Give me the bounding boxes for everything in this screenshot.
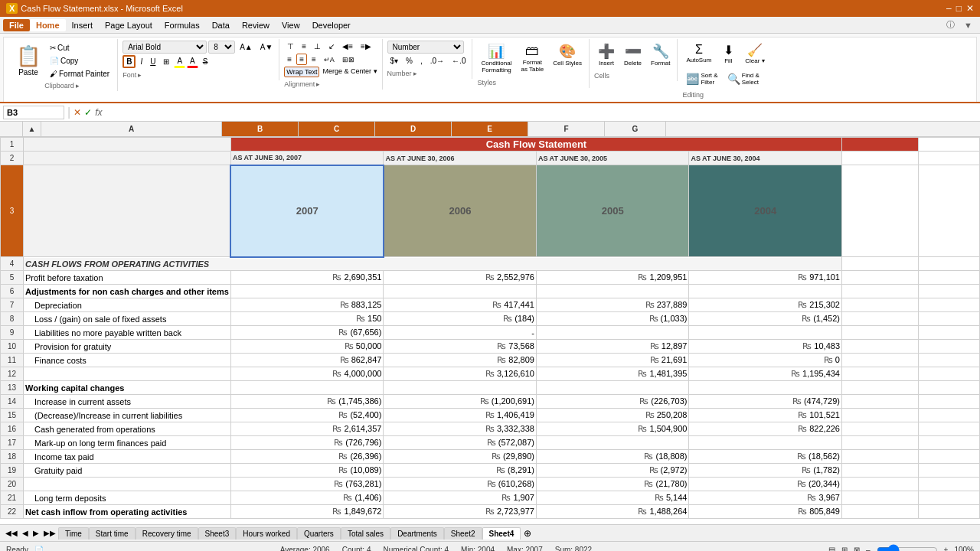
cell-f12[interactable] bbox=[842, 367, 919, 381]
cell-f16[interactable] bbox=[842, 422, 919, 436]
zoom-in-btn[interactable]: + bbox=[944, 546, 949, 551]
cell-f13[interactable] bbox=[842, 381, 919, 395]
cell-g1[interactable] bbox=[919, 138, 980, 152]
wrap-text-btn[interactable]: ↵A bbox=[321, 54, 338, 65]
cancel-formula-icon[interactable]: ✕ bbox=[74, 107, 81, 118]
row-num-8[interactable]: 8 bbox=[1, 312, 24, 326]
cell-f19[interactable] bbox=[842, 464, 919, 478]
sheet-tab-hoursworked[interactable]: Hours worked bbox=[236, 527, 297, 540]
cell-g9[interactable] bbox=[919, 326, 980, 340]
align-middle-btn[interactable]: ≡ bbox=[299, 41, 309, 52]
col-header-a-main[interactable]: A bbox=[41, 122, 222, 136]
cell-d22[interactable]: ₨ 1,488,264 bbox=[536, 505, 689, 519]
cell-f8[interactable] bbox=[842, 312, 919, 326]
cell-c16[interactable]: ₨ 3,332,338 bbox=[384, 422, 537, 436]
cell-f14[interactable] bbox=[842, 395, 919, 409]
row-num-3[interactable]: 3 bbox=[1, 165, 24, 257]
cell-a20[interactable] bbox=[24, 478, 231, 491]
alignment-expand-icon[interactable]: ▸ bbox=[316, 80, 320, 88]
cell-c2[interactable]: AS AT JUNE 30, 2006 bbox=[384, 152, 537, 165]
find-select-btn[interactable]: 🔍 Find &Select bbox=[724, 70, 763, 88]
cell-b1-e1[interactable]: Cash Flow Statement bbox=[230, 138, 841, 152]
col-header-f[interactable]: F bbox=[528, 122, 605, 136]
cell-g11[interactable] bbox=[919, 354, 980, 367]
bold-button[interactable]: B bbox=[122, 55, 136, 68]
col-header-e[interactable]: E bbox=[452, 122, 528, 136]
cell-e10[interactable]: ₨ 10,483 bbox=[689, 340, 842, 354]
cell-g5[interactable] bbox=[919, 271, 980, 285]
cell-c13[interactable] bbox=[384, 381, 537, 395]
cell-c9[interactable]: - bbox=[384, 326, 537, 340]
cell-c11[interactable]: ₨ 82,809 bbox=[384, 354, 537, 367]
cell-d2[interactable]: AS AT JUNE 30, 2005 bbox=[536, 152, 689, 165]
cell-a6[interactable]: Adjustments for non cash charges and oth… bbox=[24, 285, 231, 298]
cell-g2[interactable] bbox=[919, 152, 980, 165]
help-icon[interactable]: ⓘ bbox=[942, 19, 959, 31]
cell-e13[interactable] bbox=[689, 381, 842, 395]
cell-c3[interactable]: 2006 bbox=[384, 165, 537, 257]
align-bottom-btn[interactable]: ⊥ bbox=[311, 41, 324, 52]
cell-g18[interactable] bbox=[919, 450, 980, 464]
cell-e21[interactable]: ₨ 3,967 bbox=[689, 491, 842, 505]
cell-b16[interactable]: ₨ 2,614,357 bbox=[230, 422, 384, 436]
sheet-tab-quarters[interactable]: Quarters bbox=[297, 527, 341, 540]
cell-d5[interactable]: ₨ 1,209,951 bbox=[536, 271, 689, 285]
sheet-tab-departments[interactable]: Deartments bbox=[390, 527, 444, 540]
cell-c10[interactable]: ₨ 73,568 bbox=[384, 340, 537, 354]
strikethrough-button[interactable]: S bbox=[200, 56, 211, 67]
row-num-9[interactable]: 9 bbox=[1, 326, 24, 340]
formula-input[interactable]: 2007 bbox=[106, 108, 978, 117]
cell-e16[interactable]: ₨ 822,226 bbox=[689, 422, 842, 436]
cell-b9[interactable]: ₨ (67,656) bbox=[230, 326, 384, 340]
cell-e3[interactable]: 2004 bbox=[689, 165, 842, 257]
cell-a14[interactable]: Increase in current assets bbox=[24, 395, 231, 409]
cell-a22[interactable]: Net cash inflow from operating activitie… bbox=[24, 505, 231, 519]
row-num-12[interactable]: 12 bbox=[1, 367, 24, 381]
cell-e12[interactable]: ₨ 1,195,434 bbox=[689, 367, 842, 381]
minimize-btn[interactable]: – bbox=[946, 3, 952, 14]
cell-d15[interactable]: ₨ 250,208 bbox=[536, 409, 689, 422]
cell-c22[interactable]: ₨ 2,723,977 bbox=[384, 505, 537, 519]
cell-a13[interactable]: Working capital changes bbox=[24, 381, 231, 395]
row-num-5[interactable]: 5 bbox=[1, 271, 24, 285]
row-num-11[interactable]: 11 bbox=[1, 354, 24, 367]
function-icon[interactable]: fx bbox=[95, 107, 102, 118]
cell-f17[interactable] bbox=[842, 436, 919, 450]
close-btn[interactable]: ✕ bbox=[966, 3, 974, 14]
cell-a18[interactable]: Income tax paid bbox=[24, 450, 231, 464]
cell-f15[interactable] bbox=[842, 409, 919, 422]
cell-c6[interactable] bbox=[384, 285, 537, 298]
menu-file[interactable]: File bbox=[3, 19, 30, 31]
cell-b8[interactable]: ₨ 150 bbox=[230, 312, 384, 326]
row-num-6[interactable]: 6 bbox=[1, 285, 24, 298]
row-num-4[interactable]: 4 bbox=[1, 257, 24, 271]
sheet-tab-totalsales[interactable]: Total sales bbox=[341, 527, 390, 540]
cell-b22[interactable]: ₨ 1,849,672 bbox=[230, 505, 384, 519]
cell-g14[interactable] bbox=[919, 395, 980, 409]
cell-g15[interactable] bbox=[919, 409, 980, 422]
menu-insert[interactable]: Insert bbox=[66, 19, 100, 31]
indent-decrease-btn[interactable]: ◀≡ bbox=[339, 41, 356, 52]
cell-a9[interactable]: Liabilities no more payable written back bbox=[24, 326, 231, 340]
font-name-select[interactable]: Arial Bold Arial Calibri bbox=[122, 41, 207, 54]
cell-g8[interactable] bbox=[919, 312, 980, 326]
cell-g22[interactable] bbox=[919, 505, 980, 519]
menu-review[interactable]: Review bbox=[236, 19, 276, 31]
cut-button[interactable]: ✂ Cut bbox=[47, 42, 113, 54]
format-btn[interactable]: 🔧 Format bbox=[647, 41, 674, 69]
decimal-decrease-btn[interactable]: ←.0 bbox=[449, 55, 469, 67]
cell-g10[interactable] bbox=[919, 340, 980, 354]
row-num-10[interactable]: 10 bbox=[1, 340, 24, 354]
cell-d8[interactable]: ₨ (1,033) bbox=[536, 312, 689, 326]
sheet-tab-sheet4[interactable]: Sheet4 bbox=[482, 527, 521, 540]
cell-e15[interactable]: ₨ 101,521 bbox=[689, 409, 842, 422]
col-header-g[interactable]: G bbox=[605, 122, 666, 136]
cell-d16[interactable]: ₨ 1,504,900 bbox=[536, 422, 689, 436]
sheet-tab-time[interactable]: Time bbox=[58, 527, 89, 540]
insert-btn[interactable]: ➕ Insert bbox=[594, 41, 619, 69]
col-header-c[interactable]: C bbox=[299, 122, 375, 136]
col-header-b[interactable]: B bbox=[222, 122, 299, 136]
delete-btn[interactable]: ➖ Delete bbox=[620, 41, 645, 69]
cell-e2[interactable]: AS AT JUNE 30, 2004 bbox=[689, 152, 842, 165]
menu-home[interactable]: Home bbox=[30, 19, 66, 31]
